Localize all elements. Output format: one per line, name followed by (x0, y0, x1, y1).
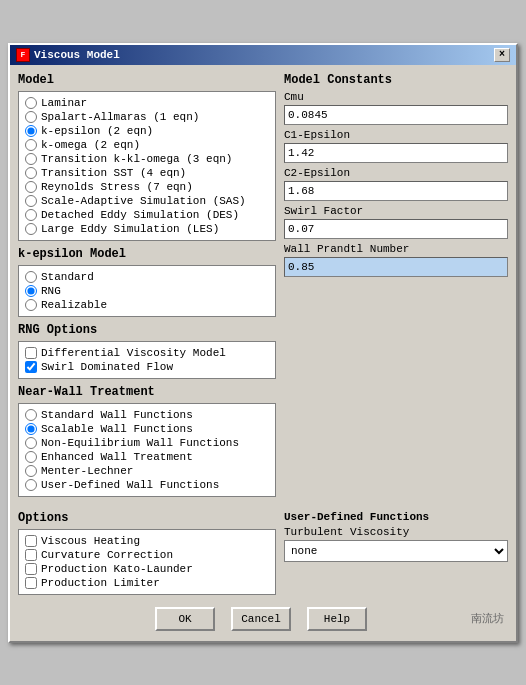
model-les-radio[interactable] (25, 223, 37, 235)
model-laminar-radio[interactable] (25, 97, 37, 109)
opt-visc-heating[interactable]: Viscous Heating (25, 534, 269, 548)
ke-standard[interactable]: Standard (25, 270, 269, 284)
options-panel: Options Viscous Heating Curvature Correc… (18, 511, 276, 595)
opt-prod-limiter-label: Production Limiter (41, 577, 160, 589)
nw-standard-radio[interactable] (25, 409, 37, 421)
model-transition-kk-radio[interactable] (25, 153, 37, 165)
ke-standard-label: Standard (41, 271, 94, 283)
main-content: Model Laminar Spalart-Allmaras (1 eqn) k… (10, 65, 516, 511)
nw-non-eq-radio[interactable] (25, 437, 37, 449)
opt-curvature-label: Curvature Correction (41, 549, 173, 561)
model-sas-radio[interactable] (25, 195, 37, 207)
wall-prandtl-label: Wall Prandtl Number (284, 243, 508, 255)
bottom-section: Options Viscous Heating Curvature Correc… (10, 511, 516, 599)
title-bar: F Viscous Model × (10, 45, 516, 65)
model-spalart-radio[interactable] (25, 111, 37, 123)
model-transition-sst-radio[interactable] (25, 167, 37, 179)
model-transition-sst[interactable]: Transition SST (4 eqn) (25, 166, 269, 180)
udf-turb-visc-label: Turbulent Viscosity (284, 526, 508, 538)
nw-non-eq[interactable]: Non-Equilibrium Wall Functions (25, 436, 269, 450)
ke-standard-radio[interactable] (25, 271, 37, 283)
nw-standard-label: Standard Wall Functions (41, 409, 193, 421)
rng-diff-visc-checkbox[interactable] (25, 347, 37, 359)
model-sas[interactable]: Scale-Adaptive Simulation (SAS) (25, 194, 269, 208)
ok-button[interactable]: OK (155, 607, 215, 631)
model-des-radio[interactable] (25, 209, 37, 221)
model-spalart-label: Spalart-Allmaras (1 eqn) (41, 111, 199, 123)
rng-section-label: RNG Options (18, 323, 276, 337)
nw-standard[interactable]: Standard Wall Functions (25, 408, 269, 422)
opt-prod-kato[interactable]: Production Kato-Launder (25, 562, 269, 576)
swirl-factor-input[interactable] (284, 219, 508, 239)
button-bar: OK Cancel Help (155, 603, 367, 635)
nw-non-eq-label: Non-Equilibrium Wall Functions (41, 437, 239, 449)
kepsilon-section-label: k-epsilon Model (18, 247, 276, 261)
cancel-button[interactable]: Cancel (231, 607, 291, 631)
rng-swirl[interactable]: Swirl Dominated Flow (25, 360, 269, 374)
rng-diff-visc[interactable]: Differential Viscosity Model (25, 346, 269, 360)
ke-rng-label: RNG (41, 285, 61, 297)
ke-realizable-radio[interactable] (25, 299, 37, 311)
cmu-input[interactable] (284, 105, 508, 125)
c1epsilon-label: C1-Epsilon (284, 129, 508, 141)
udf-section-label: User-Defined Functions (284, 511, 508, 523)
rng-swirl-checkbox[interactable] (25, 361, 37, 373)
options-box: Viscous Heating Curvature Correction Pro… (18, 529, 276, 595)
model-komega-label: k-omega (2 eqn) (41, 139, 140, 151)
nw-menter-radio[interactable] (25, 465, 37, 477)
c2epsilon-input[interactable] (284, 181, 508, 201)
nw-menter[interactable]: Menter-Lechner (25, 464, 269, 478)
model-transition-kk[interactable]: Transition k-kl-omega (3 eqn) (25, 152, 269, 166)
nw-enhanced-radio[interactable] (25, 451, 37, 463)
model-des[interactable]: Detached Eddy Simulation (DES) (25, 208, 269, 222)
model-komega-radio[interactable] (25, 139, 37, 151)
model-reynolds[interactable]: Reynolds Stress (7 eqn) (25, 180, 269, 194)
udf-turb-visc-dropdown[interactable]: none (284, 540, 508, 562)
kepsilon-section-box: Standard RNG Realizable (18, 265, 276, 317)
c2epsilon-label: C2-Epsilon (284, 167, 508, 179)
model-komega[interactable]: k-omega (2 eqn) (25, 138, 269, 152)
model-laminar-label: Laminar (41, 97, 87, 109)
title-bar-left: F Viscous Model (16, 48, 120, 62)
nw-scalable[interactable]: Scalable Wall Functions (25, 422, 269, 436)
opt-visc-heating-label: Viscous Heating (41, 535, 140, 547)
model-les-label: Large Eddy Simulation (LES) (41, 223, 219, 235)
nw-scalable-radio[interactable] (25, 423, 37, 435)
left-panel: Model Laminar Spalart-Allmaras (1 eqn) k… (18, 73, 276, 503)
nearwall-section-box: Standard Wall Functions Scalable Wall Fu… (18, 403, 276, 497)
model-les[interactable]: Large Eddy Simulation (LES) (25, 222, 269, 236)
nw-user-label: User-Defined Wall Functions (41, 479, 219, 491)
model-section-label: Model (18, 73, 276, 87)
ke-rng[interactable]: RNG (25, 284, 269, 298)
viscous-model-window: F Viscous Model × Model Laminar Spalart-… (8, 43, 518, 643)
opt-curvature-checkbox[interactable] (25, 549, 37, 561)
nearwall-section-label: Near-Wall Treatment (18, 385, 276, 399)
rng-section-box: Differential Viscosity Model Swirl Domin… (18, 341, 276, 379)
model-kepsilon[interactable]: k-epsilon (2 eqn) (25, 124, 269, 138)
opt-prod-limiter[interactable]: Production Limiter (25, 576, 269, 590)
opt-visc-heating-checkbox[interactable] (25, 535, 37, 547)
c1epsilon-input[interactable] (284, 143, 508, 163)
nw-enhanced[interactable]: Enhanced Wall Treatment (25, 450, 269, 464)
model-des-label: Detached Eddy Simulation (DES) (41, 209, 239, 221)
nw-user[interactable]: User-Defined Wall Functions (25, 478, 269, 492)
window-title: Viscous Model (34, 49, 120, 61)
ke-realizable-label: Realizable (41, 299, 107, 311)
nw-menter-label: Menter-Lechner (41, 465, 133, 477)
options-label: Options (18, 511, 276, 525)
close-button[interactable]: × (494, 48, 510, 62)
help-button[interactable]: Help (307, 607, 367, 631)
opt-curvature[interactable]: Curvature Correction (25, 548, 269, 562)
model-spalart[interactable]: Spalart-Allmaras (1 eqn) (25, 110, 269, 124)
nw-user-radio[interactable] (25, 479, 37, 491)
opt-prod-kato-checkbox[interactable] (25, 563, 37, 575)
wall-prandtl-input[interactable] (284, 257, 508, 277)
model-transition-sst-label: Transition SST (4 eqn) (41, 167, 186, 179)
model-reynolds-radio[interactable] (25, 181, 37, 193)
ke-rng-radio[interactable] (25, 285, 37, 297)
right-panel: Model Constants Cmu C1-Epsilon C2-Epsilo… (284, 73, 508, 503)
model-laminar[interactable]: Laminar (25, 96, 269, 110)
opt-prod-limiter-checkbox[interactable] (25, 577, 37, 589)
model-kepsilon-radio[interactable] (25, 125, 37, 137)
ke-realizable[interactable]: Realizable (25, 298, 269, 312)
